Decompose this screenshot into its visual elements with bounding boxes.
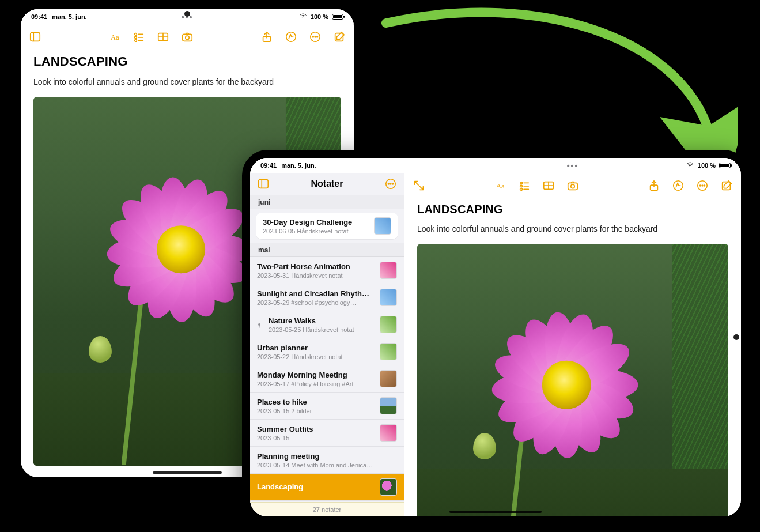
ellipsis-circle-icon[interactable]: [309, 31, 322, 43]
list-item-subtitle: 2023-05-17 #Policy #Housing #Art: [257, 380, 374, 387]
list-item-title: Nature Walks: [269, 316, 374, 325]
list-item-subtitle: 2023-05-29 #school #psychology…: [257, 299, 374, 306]
svg-point-44: [699, 185, 701, 186]
list-item-subtitle: 2023-05-15: [257, 435, 374, 442]
sidebar-footer: 27 notater: [250, 502, 404, 516]
status-time: 09:41: [31, 13, 47, 20]
list-item-subtitle: 2023-05-15 2 bilder: [257, 408, 374, 414]
notes-sidebar: Notater juni30-Day Design Challenge2023-…: [250, 173, 404, 516]
note-content[interactable]: LANDSCAPING Look into colorful annuals a…: [404, 198, 741, 516]
wifi-icon: [686, 161, 694, 170]
text-format-icon[interactable]: Aa: [494, 179, 506, 192]
list-item-title: Planning meeting: [257, 452, 374, 461]
svg-point-13: [186, 36, 189, 39]
note-detail-pane: Aa LANDSCAPING Look into colorful ann: [404, 173, 741, 516]
list-item[interactable]: Landscaping: [250, 474, 404, 501]
list-item-thumbnail: [380, 316, 397, 333]
list-item[interactable]: Nature Walks2023-05-25 Håndskrevet notat: [250, 311, 404, 338]
svg-point-19: [317, 36, 318, 37]
expand-arrows-icon[interactable]: [413, 179, 425, 192]
note-body-text: Look into colorful annuals and ground co…: [417, 224, 728, 233]
checklist-icon[interactable]: [133, 31, 145, 43]
svg-point-40: [571, 184, 574, 188]
svg-point-45: [702, 185, 703, 186]
list-item[interactable]: Two-Part Horse Animation2023-05-31 Hånds…: [250, 257, 404, 284]
status-bar: 09:41 man. 5. jun. ••• 100 %: [250, 158, 741, 173]
note-body-text: Look into colorful annuals and ground co…: [33, 77, 341, 86]
note-list[interactable]: juni30-Day Design Challenge2023-06-05 Hå…: [250, 195, 404, 502]
home-indicator[interactable]: [449, 511, 542, 513]
list-item-thumbnail: [380, 262, 397, 279]
list-item-title: Landscaping: [257, 482, 374, 491]
note-toolbar: Aa: [404, 173, 741, 198]
list-item-thumbnail: [380, 343, 397, 360]
multitask-dots-icon[interactable]: •••: [567, 161, 579, 171]
svg-rect-39: [568, 183, 578, 190]
list-item[interactable]: 30-Day Design Challenge2023-06-05 Håndsk…: [256, 213, 398, 239]
ellipsis-circle-icon[interactable]: [696, 179, 709, 192]
list-item[interactable]: Places to hike2023-05-15 2 bilder: [250, 393, 404, 420]
list-item-subtitle: 2023-06-05 Håndskrevet notat: [263, 228, 368, 235]
svg-point-17: [312, 36, 313, 37]
share-icon[interactable]: [260, 31, 273, 43]
list-item-subtitle: 2023-05-22 Håndskrevet notat: [257, 353, 374, 360]
list-item-subtitle: 2023-05-31 Håndskrevet notat: [257, 272, 374, 279]
checklist-icon[interactable]: [518, 179, 531, 192]
table-icon[interactable]: [542, 179, 555, 192]
note-title: LANDSCAPING: [417, 203, 728, 216]
ipad-landscape: 09:41 man. 5. jun. ••• 100 % Notater: [242, 150, 749, 525]
list-item-title: Urban planner: [257, 344, 374, 352]
sidebar-toggle-icon[interactable]: [257, 178, 270, 190]
svg-point-30: [520, 182, 523, 184]
list-item-subtitle: 2023-05-25 Håndskrevet notat: [269, 326, 374, 333]
list-item-thumbnail: [380, 289, 397, 306]
svg-point-42: [674, 181, 683, 191]
text-format-icon[interactable]: Aa: [108, 31, 121, 43]
list-item-title: Monday Morning Meeting: [257, 371, 374, 379]
svg-point-32: [520, 185, 523, 187]
status-date: man. 5. jun.: [281, 162, 316, 169]
pin-icon: [256, 321, 263, 328]
list-item[interactable]: Urban planner2023-05-22 Håndskrevet nota…: [250, 338, 404, 365]
svg-point-18: [315, 36, 316, 37]
sidebar-toggle-icon[interactable]: [29, 31, 41, 43]
list-item-title: Sunlight and Circadian Rhyth…: [257, 289, 374, 298]
compose-icon[interactable]: [720, 179, 733, 192]
svg-point-27: [258, 323, 260, 326]
svg-point-5: [135, 36, 137, 39]
home-indicator[interactable]: [153, 471, 222, 474]
list-item-title: 30-Day Design Challenge: [263, 218, 368, 227]
svg-point-26: [392, 183, 394, 184]
compose-icon[interactable]: [333, 31, 346, 43]
list-item[interactable]: Sunlight and Circadian Rhyth…2023-05-29 …: [250, 284, 404, 311]
battery-percent: 100 %: [311, 13, 328, 20]
list-item-title: Summer Outfits: [257, 425, 374, 433]
svg-rect-12: [183, 34, 192, 41]
wifi-icon: [299, 12, 307, 21]
front-camera: [733, 334, 739, 340]
share-icon[interactable]: [648, 179, 660, 192]
svg-text:Aa: Aa: [111, 33, 119, 41]
camera-icon[interactable]: [566, 179, 579, 192]
list-item-thumbnail: [380, 424, 397, 442]
list-item-subtitle: 2023-05-14 Meet with Mom and Jenica…: [257, 462, 374, 469]
sidebar-title: Notater: [311, 179, 343, 189]
markup-icon[interactable]: [672, 179, 685, 192]
ellipsis-circle-icon[interactable]: [384, 178, 397, 190]
camera-icon[interactable]: [181, 31, 194, 43]
svg-text:Aa: Aa: [496, 182, 505, 190]
svg-point-3: [135, 33, 137, 36]
status-date: man. 5. jun.: [52, 13, 87, 20]
list-item-title: Two-Part Horse Animation: [257, 262, 374, 271]
note-image-flower[interactable]: [417, 244, 728, 516]
list-item-thumbnail: [380, 370, 397, 387]
list-item[interactable]: Summer Outfits2023-05-15: [250, 420, 404, 447]
month-separator: juni: [250, 195, 404, 209]
svg-point-15: [286, 32, 296, 42]
list-item[interactable]: Planning meeting2023-05-14 Meet with Mom…: [250, 447, 404, 474]
list-item[interactable]: Monday Morning Meeting2023-05-17 #Policy…: [250, 365, 404, 393]
list-item-thumbnail: [374, 217, 391, 235]
markup-icon[interactable]: [285, 31, 297, 43]
svg-point-46: [704, 185, 705, 186]
table-icon[interactable]: [157, 31, 169, 43]
